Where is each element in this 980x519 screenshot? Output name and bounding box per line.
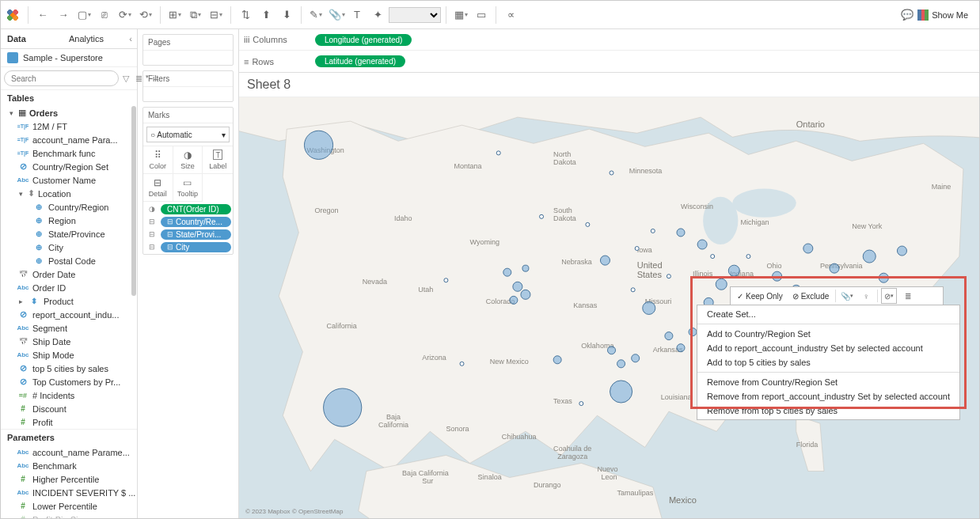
data-guide-button[interactable]: 💬 xyxy=(898,6,917,25)
svg-text:Montana: Montana xyxy=(454,162,482,170)
field-ship-date[interactable]: Ship Date xyxy=(1,335,137,348)
field-profit[interactable]: Profit xyxy=(1,415,137,429)
field-product-folder[interactable]: ▸Product xyxy=(1,294,137,308)
set-icon xyxy=(17,377,29,387)
pill-state-province[interactable]: State/Provi... xyxy=(161,229,231,240)
field-segment[interactable]: Segment xyxy=(1,321,137,335)
swap-button[interactable]: ⇅ xyxy=(236,6,255,25)
field-12mft[interactable]: 12M / FT xyxy=(1,119,137,133)
param-incident-severity[interactable]: INCIDENT SEVERITY $ ... xyxy=(1,486,137,499)
pill-city[interactable]: City xyxy=(161,242,231,252)
keep-only-button[interactable]: ✓Keep Only xyxy=(734,290,786,302)
param-lower-percentile[interactable]: Lower Percentile xyxy=(1,499,137,513)
sets-dropdown-button[interactable]: ⊘▾ xyxy=(881,288,897,304)
main-area: iii Columns Longitude (generated) ≡ Rows… xyxy=(239,29,979,518)
pill-country-region[interactable]: Country/Re... xyxy=(161,217,231,227)
field-top5-cities[interactable]: top 5 cities by sales xyxy=(1,362,137,375)
menu-create-set[interactable]: Create Set... xyxy=(697,307,959,321)
rows-pill-latitude[interactable]: Latitude (generated) xyxy=(315,55,405,67)
field-benchmark-func[interactable]: Benchmark func xyxy=(1,146,137,160)
sort-asc-button[interactable]: ⬆ xyxy=(256,6,275,25)
view-data-button[interactable]: ≣ xyxy=(900,288,916,304)
svg-text:Kansas: Kansas xyxy=(573,301,598,309)
field-ship-mode[interactable]: Ship Mode xyxy=(1,348,137,362)
search-input[interactable] xyxy=(4,70,119,86)
table-orders[interactable]: ▾▦Orders xyxy=(1,106,137,119)
cards-button[interactable]: ▦ xyxy=(451,6,470,25)
menu-remove-top5-cities[interactable]: Remove from top 5 cities by sales xyxy=(697,403,959,418)
field-discount[interactable]: Discount xyxy=(1,402,137,415)
marks-size[interactable]: ◑Size xyxy=(173,146,203,174)
share-button[interactable]: ∝ xyxy=(501,6,520,25)
field-order-date[interactable]: Order Date xyxy=(1,267,137,281)
tab-analytics[interactable]: Analytics xyxy=(63,29,124,48)
datasource-row[interactable]: Sample - Superstore xyxy=(1,49,137,67)
pages-shelf[interactable]: Pages xyxy=(142,34,234,66)
field-account-name-para[interactable]: account_name Para... xyxy=(1,133,137,146)
menu-add-country-region-set[interactable]: Add to Country/Region Set xyxy=(697,327,959,341)
menu-add-report-account-set[interactable]: Add to report_account_industry Set by se… xyxy=(697,341,959,355)
size-icon: ◑ xyxy=(184,150,192,161)
fix-axes-button[interactable]: ✦ xyxy=(368,6,387,25)
show-me-button[interactable]: Show Me xyxy=(917,9,968,21)
param-account-name[interactable]: account_name Parame... xyxy=(1,445,137,459)
highlight-button[interactable]: ✎ xyxy=(306,6,325,25)
param-higher-percentile[interactable]: Higher Percentile xyxy=(1,472,137,486)
menu-add-top5-cities[interactable]: Add to top 5 cities by sales xyxy=(697,355,959,369)
field-location-folder[interactable]: ▾⬍Location xyxy=(1,187,137,200)
collapse-pane-icon[interactable]: ‹ xyxy=(124,29,137,48)
shelves-column: Pages Filters Marks ○ Automatic▾ ⠿Color … xyxy=(138,29,239,518)
save-button[interactable]: ▢ xyxy=(74,6,93,25)
create-set-button[interactable]: ♀ xyxy=(858,288,874,304)
filters-shelf[interactable]: Filters xyxy=(142,70,234,102)
marks-tooltip[interactable]: ▭Tooltip xyxy=(173,174,203,202)
field-region[interactable]: Region xyxy=(1,214,137,227)
mark-type-select[interactable]: ○ Automatic▾ xyxy=(146,127,230,142)
duplicate-button[interactable]: ⧉ xyxy=(186,6,205,25)
param-benchmark[interactable]: Benchmark xyxy=(1,459,137,472)
columns-pill-longitude[interactable]: Longitude (generated) xyxy=(315,34,412,46)
sheet-title[interactable]: Sheet 8 xyxy=(239,73,979,97)
field-state-province[interactable]: State/Province xyxy=(1,227,137,241)
sort-desc-button[interactable]: ⬇ xyxy=(277,6,296,25)
new-worksheet-button[interactable]: ⊞ xyxy=(165,6,184,25)
columns-shelf[interactable]: iii Columns Longitude (generated) xyxy=(239,29,979,51)
field-customer-name[interactable]: Customer Name xyxy=(1,173,137,187)
new-datasource-button[interactable]: ⎚ xyxy=(95,6,114,25)
marks-label[interactable]: 🅃Label xyxy=(203,146,233,174)
clear-button[interactable]: ⊟ xyxy=(207,6,226,25)
undo-button[interactable]: ← xyxy=(33,6,52,25)
svg-text:Durango: Durango xyxy=(534,481,561,489)
labels-button[interactable]: T xyxy=(348,6,367,25)
field-report-account-indu[interactable]: report_account_indu... xyxy=(1,308,137,321)
group-button[interactable]: 📎 xyxy=(327,6,346,25)
field-top-customers[interactable]: Top Customers by Pr... xyxy=(1,375,137,388)
autoupdate-button[interactable]: ⟳ xyxy=(116,6,135,25)
field-postal-code[interactable]: Postal Code xyxy=(1,254,137,267)
tree-scrollbar[interactable] xyxy=(131,106,136,296)
field-country-region-set[interactable]: Country/Region Set xyxy=(1,160,137,173)
redo-button[interactable]: → xyxy=(54,6,73,25)
fit-select[interactable] xyxy=(389,7,441,23)
field-country-region[interactable]: Country/Region xyxy=(1,200,137,214)
svg-text:Utah: Utah xyxy=(418,286,433,294)
marks-detail[interactable]: ⊟Detail xyxy=(143,174,173,202)
geo-icon xyxy=(32,203,45,212)
group-members-button[interactable]: 📎▾ xyxy=(839,288,855,304)
field-order-id[interactable]: Order ID xyxy=(1,281,137,294)
map-viz[interactable]: Ontario United States Mexico Washington … xyxy=(239,97,979,518)
param-profit-bin-size[interactable]: Profit Bin Size xyxy=(1,513,137,518)
menu-remove-report-account-set[interactable]: Remove from report_account_industry Set … xyxy=(697,389,959,403)
presentation-button[interactable]: ▭ xyxy=(472,6,491,25)
marks-color[interactable]: ⠿Color xyxy=(143,146,173,174)
tab-data[interactable]: Data xyxy=(1,29,63,48)
field-city[interactable]: City xyxy=(1,241,137,254)
field-num-incidents[interactable]: # Incidents xyxy=(1,388,137,402)
menu-remove-country-region-set[interactable]: Remove from Country/Region Set xyxy=(697,375,959,389)
pill-cnt-orderid[interactable]: CNT(Order ID) xyxy=(161,204,231,214)
rows-shelf[interactable]: ≡ Rows Latitude (generated) xyxy=(239,51,979,72)
svg-text:Louisiana: Louisiana xyxy=(661,393,693,401)
filter-icon[interactable]: ▽ xyxy=(120,74,131,84)
run-button[interactable]: ⟲ xyxy=(136,6,155,25)
exclude-button[interactable]: ⊘Exclude xyxy=(789,290,833,302)
